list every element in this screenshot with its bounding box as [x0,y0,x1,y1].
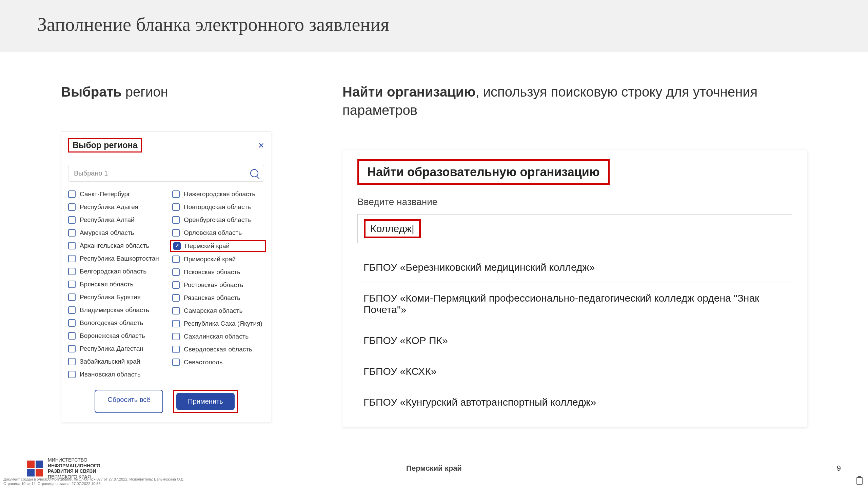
region-search[interactable]: Выбрано 1 [68,165,264,182]
trash-icon[interactable] [856,477,863,485]
region-item[interactable]: Амурская область [68,226,160,239]
checkbox-icon [172,307,180,314]
region-label: Забайкальский край [80,358,140,365]
region-label: Орловская область [184,229,242,237]
region-item[interactable]: Свердловская область [172,343,264,356]
regions-col-2: Нижегородская областьНовгородская област… [172,188,264,381]
apply-button-highlight: Применить [173,390,237,413]
search-selected-text: Выбрано 1 [74,169,108,177]
checkbox-icon [68,293,76,301]
checkbox-icon [68,281,76,288]
region-item[interactable]: Белгородская область [68,265,160,278]
region-item[interactable]: Санкт-Петербург [68,188,160,201]
right-heading: Найти организацию, используя поисковую с… [342,83,807,119]
checkbox-icon [68,203,76,211]
region-label: Амурская область [80,229,134,237]
region-item[interactable]: Новгородская область [172,201,264,214]
region-title-highlight: Выбор региона [68,138,142,152]
checkbox-icon [68,358,76,365]
region-item[interactable]: Рязанская область [172,291,264,304]
header-bar: Заполнение бланка электронного заявления [0,0,868,52]
region-item[interactable]: Республика Саха (Якутия) [172,317,264,330]
region-item[interactable]: Архангельская область [68,239,160,252]
region-item[interactable]: Воронежская область [68,329,160,342]
checkbox-icon [172,256,180,263]
region-item[interactable]: Приморский край [172,253,264,266]
region-item[interactable]: Ивановская область [68,368,160,381]
checkbox-icon [172,346,180,353]
region-label: Республика Адыгея [80,203,138,211]
region-label: Республика Дагестан [80,345,143,352]
region-item[interactable]: Республика Бурятия [68,291,160,304]
checkbox-icon [172,359,180,366]
checkbox-icon [172,294,180,302]
region-label: Ростовская область [184,281,243,289]
checkbox-icon [172,268,180,276]
region-label: Владимирская область [80,306,149,314]
org-result-item[interactable]: ГБПОУ «КОР ПК» [357,325,792,356]
region-item[interactable]: Орловская область [172,226,264,239]
region-item[interactable]: Нижегородская область [172,188,264,201]
regions-col-1: Санкт-ПетербургРеспублика АдыгеяРеспубли… [68,188,160,381]
region-label: Новгородская область [184,203,251,211]
region-item[interactable]: Брянская область [68,278,160,291]
region-item[interactable]: Республика Адыгея [68,201,160,214]
region-label: Самарская область [184,307,242,314]
region-item[interactable]: Республика Башкортостан [68,252,160,265]
checkbox-icon [68,319,76,327]
left-heading: Выбрать регион [61,83,305,101]
checkbox-icon [68,242,76,249]
region-item[interactable]: Владимирская область [68,304,160,317]
apply-button[interactable]: Применить [176,393,234,410]
region-label: Санкт-Петербург [80,190,130,198]
region-item[interactable]: Оренбургская область [172,214,264,226]
region-item[interactable]: Сахалинская область [172,330,264,343]
checkbox-icon [172,281,180,289]
region-label: Севастополь [184,359,223,366]
page-number: 9 [837,464,841,473]
checkbox-icon [68,216,76,224]
search-icon [250,169,258,177]
left-column: Выбрать регион Выбор региона × Выбрано 1… [61,83,305,427]
regions-columns: Санкт-ПетербургРеспублика АдыгеяРеспубли… [68,188,264,381]
org-result-item[interactable]: ГБПОУ «КСХК» [357,356,792,387]
region-item[interactable]: Самарская область [172,304,264,317]
org-search-input[interactable]: Колледж [357,214,792,243]
checkbox-icon [68,268,76,275]
org-input-highlight: Колледж [364,219,421,238]
org-result-item[interactable]: ГБПОУ «Кунгурский автотранспортный колле… [357,387,792,418]
footer-region: Пермский край [406,464,462,473]
region-label: Псковская область [184,268,240,276]
region-item[interactable]: Республика Алтай [68,214,160,226]
checkbox-icon [68,190,76,198]
region-buttons: Сбросить всё Применить [68,390,264,413]
checkbox-icon [68,371,76,378]
org-panel: Найти образовательную организацию Введит… [342,150,807,427]
region-item[interactable]: Вологодская область [68,317,160,329]
reset-button[interactable]: Сбросить всё [95,390,163,413]
region-label: Сахалинская область [184,333,249,340]
logo-text: МИНИСТЕРСТВО ИНФОРМАЦИОННОГО РАЗВИТИЯ И … [48,457,100,480]
org-title-highlight: Найти образовательную организацию [357,159,610,185]
region-label: Белгородская область [80,268,146,275]
region-panel-header: Выбор региона × [68,138,264,156]
region-item[interactable]: Севастополь [172,356,264,369]
region-item[interactable]: Ростовская область [172,279,264,291]
org-result-item[interactable]: ГБПОУ «Коми-Пермяцкий профессионально-пе… [357,283,792,325]
region-label: Пермский край [185,242,230,250]
close-icon[interactable]: × [258,140,264,151]
checkbox-icon [173,242,181,250]
org-result-item[interactable]: ГБПОУ «Березниковский медицинский коллед… [357,252,792,283]
org-input-label: Введите название [357,197,792,207]
region-item[interactable]: Пермский край [170,240,266,252]
region-panel: Выбор региона × Выбрано 1 Санкт-Петербур… [61,131,271,422]
checkbox-icon [172,320,180,327]
region-label: Нижегородская область [184,190,255,198]
ministry-logo: МИНИСТЕРСТВО ИНФОРМАЦИОННОГО РАЗВИТИЯ И … [27,457,100,480]
checkbox-icon [172,216,180,224]
region-item[interactable]: Забайкальский край [68,355,160,368]
region-item[interactable]: Республика Дагестан [68,342,160,355]
region-label: Вологодская область [80,319,143,327]
region-item[interactable]: Псковская область [172,266,264,279]
region-label: Архангельская область [80,242,150,249]
